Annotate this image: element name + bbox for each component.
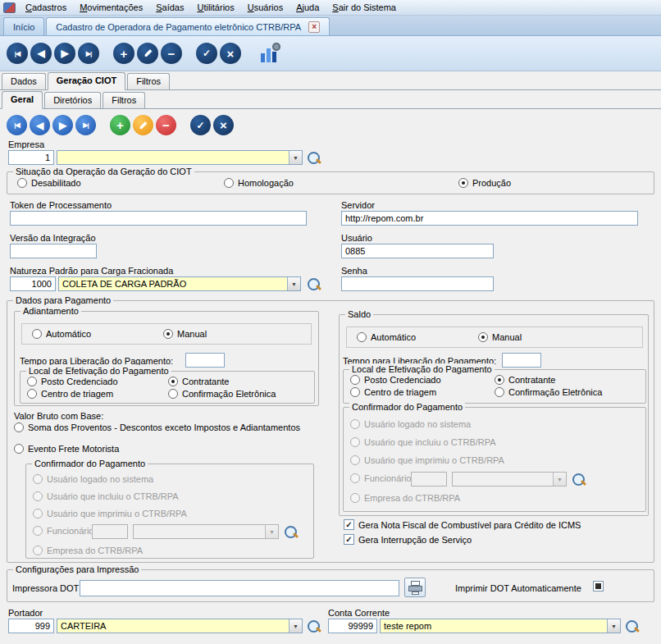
- servidor-field[interactable]: http://repom.com.br: [341, 211, 638, 226]
- tab-geral[interactable]: Geral: [2, 91, 43, 109]
- close-tab-icon[interactable]: ×: [308, 21, 320, 33]
- edit-record-button-inner[interactable]: [133, 115, 153, 135]
- portador-combo[interactable]: CARTEIRA ▼: [57, 619, 303, 633]
- versao-field[interactable]: [10, 244, 97, 258]
- checkbox-gera-interrupcao-label: Gera Interrupção de Serviço: [358, 535, 472, 545]
- report-chart-button[interactable]: [258, 43, 280, 64]
- edit-record-button[interactable]: [137, 43, 158, 64]
- radio-saldo-posto-credenciado[interactable]: Posto Credenciado: [350, 375, 441, 385]
- delete-record-button-inner[interactable]: −: [156, 115, 176, 135]
- delete-record-button[interactable]: −: [161, 43, 182, 64]
- natureza-search-icon[interactable]: [307, 277, 321, 292]
- tab-cadastro-operadora[interactable]: Cadastro de Operadora de Pagamento eletr…: [46, 17, 330, 35]
- radio-adiant-funcionario: Funcionário:: [33, 526, 97, 536]
- confirm-button[interactable]: ✓: [196, 43, 217, 64]
- menu-movimentacoes[interactable]: Movimentações: [73, 1, 149, 14]
- senha-field[interactable]: [341, 276, 494, 291]
- add-record-button-inner[interactable]: +: [110, 115, 130, 135]
- previous-record-button[interactable]: ◀: [30, 43, 52, 64]
- radio-saldo-contratante[interactable]: Contratante: [495, 375, 555, 385]
- radio-contratante-label: Contratante: [508, 375, 555, 385]
- last-icon: ▶|: [83, 121, 88, 129]
- menu-usuarios[interactable]: Usuários: [241, 1, 289, 14]
- radio-saldo-confirmacao-eletronica[interactable]: Confirmação Eletrônica: [495, 387, 602, 397]
- checkbox-imprimir-dot[interactable]: [593, 581, 604, 591]
- radio-circle-icon: [357, 332, 367, 342]
- menu-cadastros[interactable]: Cadastros: [19, 1, 73, 14]
- last-record-button[interactable]: ▶|: [78, 43, 99, 64]
- next-record-button-inner[interactable]: ▶: [52, 115, 73, 135]
- first-record-button[interactable]: |◀: [7, 43, 28, 64]
- first-record-button-inner[interactable]: |◀: [7, 115, 27, 135]
- pencil-icon: [144, 49, 153, 58]
- radio-adiantamento-contratante[interactable]: Contratante: [168, 377, 229, 386]
- radio-saldo-centro-triagem[interactable]: Centro de triagem: [350, 387, 436, 397]
- radio-producao[interactable]: Produção: [458, 178, 511, 188]
- groupbox-adiantamento-legend: Adiantamento: [21, 305, 81, 317]
- empresa-search-icon[interactable]: [307, 151, 321, 166]
- menu-ajuda[interactable]: Ajuda: [289, 1, 326, 14]
- tab-geracao-ciot[interactable]: Geração CIOT: [48, 72, 125, 90]
- groupbox-confirmador-legend: Confirmador do Pagamento: [32, 458, 148, 469]
- radio-saldo-automatico[interactable]: Automático: [357, 332, 416, 342]
- empresa-combo[interactable]: ▼: [57, 150, 303, 165]
- portador-code-field[interactable]: 999: [8, 619, 54, 633]
- radio-adiantamento-manual[interactable]: Manual: [163, 329, 207, 339]
- saldo-funcionario-combo: ▼: [452, 472, 567, 486]
- radio-evento-frete[interactable]: Evento Frete Motorista: [14, 444, 119, 454]
- radio-homologacao[interactable]: Homologação: [224, 178, 294, 188]
- previous-icon: ◀: [37, 48, 44, 59]
- tab-filtros-sub[interactable]: Filtros: [103, 92, 145, 108]
- radio-saldo-manual[interactable]: Manual: [478, 332, 522, 342]
- cancel-button[interactable]: ×: [220, 43, 241, 64]
- conta-corrente-combo[interactable]: teste repom ▼: [380, 619, 621, 633]
- empresa-code-field[interactable]: 1: [8, 150, 54, 165]
- conta-corrente-search-icon[interactable]: [625, 619, 640, 634]
- tab-diretorios[interactable]: Diretórios: [44, 92, 101, 108]
- radio-adiantamento-automatico[interactable]: Automático: [32, 329, 91, 339]
- tab-dados[interactable]: Dados: [2, 73, 46, 89]
- usuario-field[interactable]: 0885: [341, 244, 494, 258]
- menu-saidas[interactable]: Saídas: [149, 1, 190, 14]
- chevron-down-icon[interactable]: ▼: [289, 151, 302, 164]
- menu-utilitarios[interactable]: Utilitários: [190, 1, 240, 14]
- conta-corrente-code-field[interactable]: 99999: [328, 619, 377, 633]
- minus-icon: −: [162, 119, 170, 131]
- tab-inicio[interactable]: Início: [3, 17, 44, 35]
- natureza-combo[interactable]: COLETA DE CARGA PADRÃO ▼: [58, 276, 301, 291]
- radio-adiantamento-posto-credenciado[interactable]: Posto Credenciado: [27, 377, 118, 386]
- check-icon: ✓: [203, 48, 211, 59]
- saldo-funcionario-code-field: [411, 472, 447, 486]
- radio-adiantamento-confirmacao-eletronica[interactable]: Confirmação Eletrônica: [168, 389, 276, 399]
- chevron-down-icon[interactable]: ▼: [287, 277, 300, 290]
- chevron-down-icon[interactable]: ▼: [289, 619, 302, 633]
- natureza-code-field[interactable]: 1000: [10, 276, 56, 291]
- menu-sair-do-sistema[interactable]: Sair do Sistema: [326, 1, 403, 14]
- radio-soma-proventos[interactable]: Soma dos Proventos - Descontos exceto Im…: [14, 422, 300, 432]
- printer-button[interactable]: [404, 578, 426, 597]
- add-record-button[interactable]: +: [113, 43, 134, 64]
- radio-empresa-ctrb-label: Empresa do CTRB/RPA: [47, 546, 143, 555]
- token-field[interactable]: [10, 211, 307, 226]
- last-record-button-inner[interactable]: ▶|: [75, 115, 96, 135]
- next-record-button[interactable]: ▶: [54, 43, 75, 64]
- app-window: Cadastros Movimentações Saídas Utilitári…: [0, 0, 661, 644]
- checkbox-gera-interrupcao[interactable]: ✓ Gera Interrupção de Serviço: [344, 534, 472, 545]
- chevron-down-icon[interactable]: ▼: [607, 619, 620, 633]
- cancel-button-inner[interactable]: ×: [213, 115, 234, 135]
- adiant-funcionario-combo: ▼: [133, 524, 279, 539]
- confirm-button-inner[interactable]: ✓: [190, 115, 211, 135]
- radio-circle-icon: [14, 444, 24, 454]
- checkbox-gera-nota-fiscal[interactable]: ✓ Gera Nota Fiscal de Combustível para C…: [344, 519, 581, 530]
- radio-saldo-usuario-logado: Usuário logado no sistema: [350, 419, 471, 429]
- adiantamento-tempo-field[interactable]: [185, 353, 225, 368]
- radio-desabilitado[interactable]: Desabilitado: [17, 178, 81, 188]
- impressora-dot-field[interactable]: [80, 580, 399, 596]
- groupbox-confirmador-saldo: Confirmador do Pagamento Usuário logado …: [343, 407, 646, 512]
- saldo-tempo-field[interactable]: [502, 353, 541, 368]
- portador-search-icon[interactable]: [307, 619, 321, 634]
- previous-record-button-inner[interactable]: ◀: [30, 115, 50, 135]
- groupbox-saldo-legend: Saldo: [345, 308, 373, 320]
- tab-filtros[interactable]: Filtros: [127, 73, 170, 89]
- radio-adiantamento-centro-triagem[interactable]: Centro de triagem: [27, 389, 113, 399]
